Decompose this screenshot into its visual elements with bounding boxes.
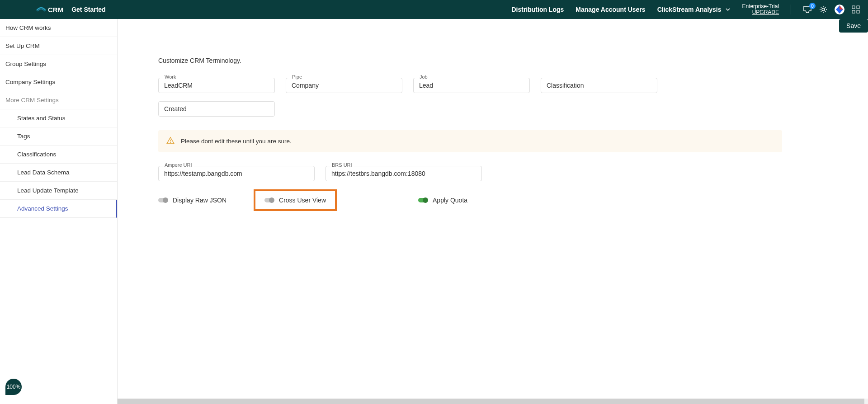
- svg-rect-5: [857, 10, 859, 13]
- crm-logo-icon: [36, 7, 45, 12]
- plan-block: Enterprise-Trial UPGRADE: [742, 4, 779, 15]
- sidebar-item-more-crm-settings[interactable]: More CRM Settings: [0, 91, 117, 109]
- avatar[interactable]: [835, 5, 844, 14]
- sidebar-item-states-and-status[interactable]: States and Status: [0, 109, 117, 127]
- field-job: Job: [413, 78, 530, 93]
- sidebar-item-how-crm-works[interactable]: How CRM works: [0, 19, 117, 37]
- field-pipe: Pipe: [286, 78, 402, 93]
- toggle-cross-user-view[interactable]: Cross User View: [254, 189, 337, 211]
- nav-get-started[interactable]: Get Started: [71, 6, 105, 13]
- main-content: Save Customize CRM Terminology. Work Pip…: [118, 19, 868, 404]
- warning-box: Please dont edit these until you are sur…: [158, 130, 782, 152]
- svg-rect-4: [852, 10, 855, 13]
- field-pipe-input[interactable]: [286, 78, 402, 93]
- field-created: [158, 101, 275, 117]
- header-icons: 0: [803, 5, 860, 14]
- horizontal-scrollbar[interactable]: [118, 399, 868, 404]
- field-ampere-uri-label: Ampere URI: [163, 162, 194, 168]
- sidebar: How CRM works Set Up CRM Group Settings …: [0, 19, 118, 404]
- apps-grid-button[interactable]: [852, 5, 860, 14]
- toggle-row: Display Raw JSON Cross User View Apply Q…: [158, 189, 782, 211]
- upgrade-link[interactable]: UPGRADE: [752, 9, 779, 15]
- settings-button[interactable]: [819, 5, 827, 14]
- sidebar-item-set-up-crm[interactable]: Set Up CRM: [0, 37, 117, 55]
- toggle-apply-quota[interactable]: Apply Quota: [418, 189, 467, 211]
- nav-manage-account-users[interactable]: Manage Account Users: [576, 6, 645, 13]
- field-classification-input[interactable]: [541, 78, 657, 93]
- field-created-input[interactable]: [158, 101, 275, 117]
- header-divider: [791, 5, 791, 14]
- toggle-label-apply-quota: Apply Quota: [433, 197, 467, 204]
- nav-distribution-logs[interactable]: Distribution Logs: [511, 6, 564, 13]
- toggle-label-cross-user: Cross User View: [279, 197, 326, 204]
- sidebar-item-classifications[interactable]: Classifications: [0, 146, 117, 164]
- sidebar-item-tags[interactable]: Tags: [0, 127, 117, 146]
- terminology-row-2: [158, 101, 782, 117]
- toggle-switch-raw-json[interactable]: [158, 198, 167, 202]
- svg-point-0: [822, 8, 825, 11]
- scrollbar-thumb[interactable]: [118, 399, 864, 404]
- warning-text: Please dont edit these until you are sur…: [181, 138, 292, 145]
- field-job-label: Job: [418, 74, 429, 80]
- app-name: CRM: [48, 6, 63, 14]
- toggle-label-raw-json: Display Raw JSON: [173, 197, 226, 204]
- app-header: CRM Get Started Distribution Logs Manage…: [0, 0, 868, 19]
- toggle-switch-apply-quota[interactable]: [418, 198, 427, 202]
- header-left: CRM Get Started: [36, 6, 106, 14]
- sidebar-item-group-settings[interactable]: Group Settings: [0, 55, 117, 73]
- sidebar-item-company-settings[interactable]: Company Settings: [0, 73, 117, 91]
- save-bar: Save: [118, 19, 868, 33]
- field-brs-uri: BRS URI: [326, 166, 482, 181]
- sidebar-item-lead-update-template[interactable]: Lead Update Template: [0, 182, 117, 200]
- app-logo[interactable]: CRM: [36, 6, 63, 14]
- header-right: Distribution Logs Manage Account Users C…: [511, 4, 860, 15]
- sidebar-item-lead-data-schema[interactable]: Lead Data Schema: [0, 164, 117, 182]
- field-ampere-uri-input[interactable]: [158, 166, 315, 181]
- page-title: Customize CRM Terminology.: [158, 57, 782, 64]
- toggle-switch-cross-user[interactable]: [264, 198, 274, 202]
- svg-rect-3: [857, 6, 859, 9]
- warning-icon: [166, 136, 175, 146]
- field-brs-uri-input[interactable]: [326, 166, 482, 181]
- chevron-down-icon: [726, 6, 730, 10]
- toggle-display-raw-json[interactable]: Display Raw JSON: [158, 189, 226, 211]
- inbox-button[interactable]: 0: [803, 5, 812, 14]
- svg-point-7: [170, 142, 171, 143]
- nav-clickstream-analysis[interactable]: ClickStream Analysis: [657, 6, 731, 13]
- field-job-input[interactable]: [413, 78, 530, 93]
- inbox-badge: 0: [809, 3, 816, 9]
- field-work-label: Work: [163, 74, 178, 80]
- terminology-row-1: Work Pipe Job: [158, 78, 782, 93]
- progress-pill[interactable]: 100%: [5, 379, 22, 395]
- field-ampere-uri: Ampere URI: [158, 166, 315, 181]
- field-pipe-label: Pipe: [290, 74, 304, 80]
- field-work-input[interactable]: [158, 78, 275, 93]
- nav-clickstream-label: ClickStream Analysis: [657, 6, 722, 13]
- svg-rect-2: [852, 6, 855, 9]
- layout: How CRM works Set Up CRM Group Settings …: [0, 19, 868, 404]
- main-inner: Customize CRM Terminology. Work Pipe Job: [118, 46, 823, 229]
- sidebar-item-advanced-settings[interactable]: Advanced Settings: [0, 200, 117, 218]
- field-brs-uri-label: BRS URI: [330, 162, 354, 168]
- uri-row: Ampere URI BRS URI: [158, 166, 782, 181]
- field-work: Work: [158, 78, 275, 93]
- field-classification: [541, 78, 657, 93]
- save-button[interactable]: Save: [839, 19, 868, 33]
